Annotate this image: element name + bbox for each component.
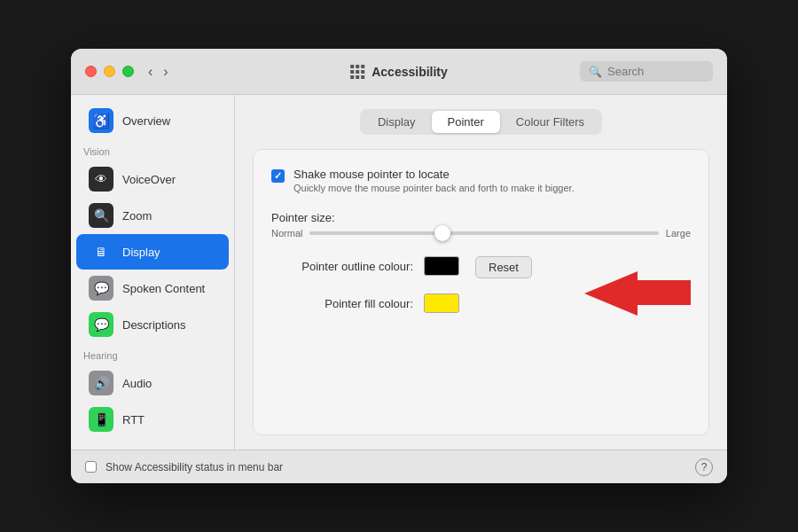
sidebar-item-label: VoiceOver bbox=[122, 173, 176, 186]
maximize-button[interactable] bbox=[122, 66, 134, 77]
section-vision: Vision bbox=[71, 139, 234, 160]
section-hearing: Hearing bbox=[71, 343, 234, 364]
sidebar-item-spoken[interactable]: 💬 Spoken Content bbox=[76, 270, 229, 306]
traffic-lights bbox=[85, 66, 134, 77]
bottombar: Show Accessibility status in menu bar ? bbox=[71, 450, 727, 483]
slider-thumb bbox=[434, 225, 450, 241]
sidebar-item-display[interactable]: 🖥 Display bbox=[76, 234, 229, 270]
audio-icon: 🔊 bbox=[89, 371, 113, 395]
slider-container: Normal Large bbox=[271, 228, 691, 239]
show-status-checkbox[interactable] bbox=[85, 461, 97, 473]
zoom-icon: 🔍 bbox=[89, 203, 113, 228]
sidebar-item-label: Display bbox=[122, 246, 160, 259]
overview-icon: ♿ bbox=[89, 108, 113, 133]
shake-label: Shake mouse pointer to locate bbox=[293, 168, 575, 181]
main-panel: Display Pointer Colour Filters ✓ Shake m… bbox=[235, 95, 727, 450]
tab-colour-filters[interactable]: Colour Filters bbox=[500, 111, 600, 133]
shake-sublabel: Quickly move the mouse pointer back and … bbox=[293, 183, 575, 193]
back-button[interactable]: ‹ bbox=[145, 62, 156, 82]
shake-row: ✓ Shake mouse pointer to locate Quickly … bbox=[271, 168, 691, 193]
panel-content: ✓ Shake mouse pointer to locate Quickly … bbox=[253, 149, 709, 435]
fill-colour-row: Pointer fill colour: bbox=[271, 293, 691, 313]
sidebar-item-label: Audio bbox=[122, 377, 152, 390]
sidebar-item-label: Zoom bbox=[122, 209, 152, 223]
display-icon: 🖥 bbox=[89, 239, 113, 264]
close-button[interactable] bbox=[85, 66, 97, 77]
sidebar-item-voiceover[interactable]: 👁 VoiceOver bbox=[76, 161, 229, 197]
shake-text-group: Shake mouse pointer to locate Quickly mo… bbox=[293, 168, 575, 193]
grid-icon bbox=[350, 65, 364, 79]
descriptions-icon: 💬 bbox=[89, 312, 113, 337]
outline-colour-row: Pointer outline colour: Reset bbox=[271, 256, 691, 276]
annotation-arrow bbox=[584, 271, 691, 364]
tab-pointer[interactable]: Pointer bbox=[432, 111, 500, 133]
sidebar-item-label: RTT bbox=[122, 413, 145, 426]
show-status-label: Show Accessibility status in menu bar bbox=[106, 461, 283, 473]
outline-colour-label: Pointer outline colour: bbox=[271, 260, 413, 273]
outline-colour-swatch[interactable] bbox=[424, 256, 459, 276]
reset-button[interactable]: Reset bbox=[475, 256, 532, 278]
voiceover-icon: 👁 bbox=[89, 167, 113, 192]
slider-min-label: Normal bbox=[271, 228, 302, 239]
shake-checkbox[interactable]: ✓ bbox=[271, 169, 285, 183]
slider-max-label: Large bbox=[666, 228, 691, 239]
tab-display[interactable]: Display bbox=[362, 111, 432, 133]
sidebar: ♿ Overview Vision 👁 VoiceOver 🔍 Zoom 🖥 D… bbox=[71, 95, 235, 450]
sidebar-item-descriptions[interactable]: 💬 Descriptions bbox=[76, 307, 229, 342]
minimize-button[interactable] bbox=[104, 66, 115, 77]
sidebar-item-audio[interactable]: 🔊 Audio bbox=[76, 365, 229, 401]
sidebar-item-rtt[interactable]: 📱 RTT bbox=[76, 402, 229, 437]
pointer-size-label: Pointer size: bbox=[271, 211, 691, 224]
sidebar-item-zoom[interactable]: 🔍 Zoom bbox=[76, 198, 229, 233]
fill-colour-label: Pointer fill colour: bbox=[271, 297, 413, 310]
sidebar-item-label: Overview bbox=[122, 114, 170, 128]
help-button[interactable]: ? bbox=[695, 458, 713, 476]
rtt-icon: 📱 bbox=[89, 407, 113, 432]
sidebar-item-label: Spoken Content bbox=[122, 282, 205, 295]
sidebar-item-overview[interactable]: ♿ Overview bbox=[76, 103, 229, 138]
tab-bar: Display Pointer Colour Filters bbox=[360, 109, 602, 135]
window-title: Accessibility bbox=[372, 65, 448, 79]
sidebar-item-label: Descriptions bbox=[122, 318, 186, 332]
search-input[interactable] bbox=[607, 65, 704, 78]
forward-button[interactable]: › bbox=[160, 62, 171, 82]
checkmark-icon: ✓ bbox=[274, 170, 282, 182]
nav-buttons: ‹ › bbox=[145, 62, 172, 82]
pointer-size-row: Pointer size: Normal Large bbox=[271, 211, 691, 239]
spoken-icon: 💬 bbox=[89, 276, 113, 301]
title-center: Accessibility bbox=[350, 65, 448, 79]
search-box[interactable]: 🔍 bbox=[580, 61, 713, 82]
titlebar: ‹ › Accessibility 🔍 bbox=[71, 49, 727, 95]
content-area: ♿ Overview Vision 👁 VoiceOver 🔍 Zoom 🖥 D… bbox=[71, 95, 727, 450]
fill-colour-swatch[interactable] bbox=[424, 293, 459, 313]
pointer-size-slider[interactable] bbox=[309, 231, 658, 235]
main-window: ‹ › Accessibility 🔍 ♿ Overview Vision bbox=[71, 49, 727, 483]
search-icon: 🔍 bbox=[589, 66, 602, 78]
